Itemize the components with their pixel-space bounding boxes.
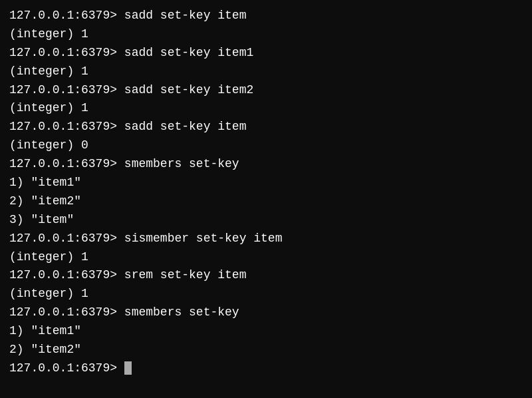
output-line: (integer) 0 <box>9 136 523 155</box>
output-line: 2) "item2" <box>9 341 523 359</box>
output-line: 3) "item" <box>9 211 523 230</box>
output-line: 1) "item1" <box>9 174 523 192</box>
prompt-line: 127.0.0.1:6379> srem set-key item <box>9 266 523 285</box>
prompt-line: 127.0.0.1:6379> smembers set-key <box>9 303 523 322</box>
output-line: (integer) 1 <box>9 285 523 303</box>
prompt-line: 127.0.0.1:6379> smembers set-key <box>9 155 523 174</box>
cursor <box>124 361 132 375</box>
terminal-output: 127.0.0.1:6379> sadd set-key item(intege… <box>9 7 523 378</box>
prompt-line: 127.0.0.1:6379> sadd set-key item <box>9 118 523 136</box>
prompt-line: 127.0.0.1:6379> sadd set-key item1 <box>9 44 523 63</box>
output-line: 1) "item1" <box>9 322 523 341</box>
output-line: (integer) 1 <box>9 63 523 81</box>
prompt-line: 127.0.0.1:6379> sadd set-key item <box>9 7 523 25</box>
output-line: (integer) 1 <box>9 25 523 44</box>
prompt-line: 127.0.0.1:6379> sadd set-key item2 <box>9 81 523 100</box>
output-line: (integer) 1 <box>9 248 523 267</box>
prompt-line: 127.0.0.1:6379> <box>9 359 523 378</box>
prompt-line: 127.0.0.1:6379> sismember set-key item <box>9 230 523 248</box>
terminal-window: 127.0.0.1:6379> sadd set-key item(intege… <box>9 7 523 378</box>
output-line: (integer) 1 <box>9 99 523 118</box>
output-line: 2) "item2" <box>9 192 523 211</box>
prompt-text: 127.0.0.1:6379> <box>9 361 124 375</box>
